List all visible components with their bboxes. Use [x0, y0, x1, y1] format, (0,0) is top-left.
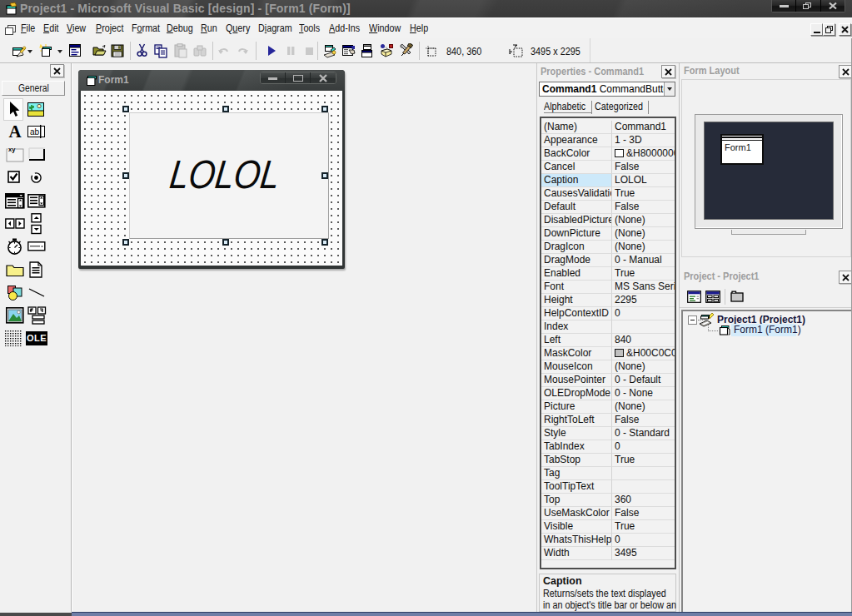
svg-text:ab: ab [30, 127, 40, 137]
svg-text:xy: xy [8, 146, 16, 153]
